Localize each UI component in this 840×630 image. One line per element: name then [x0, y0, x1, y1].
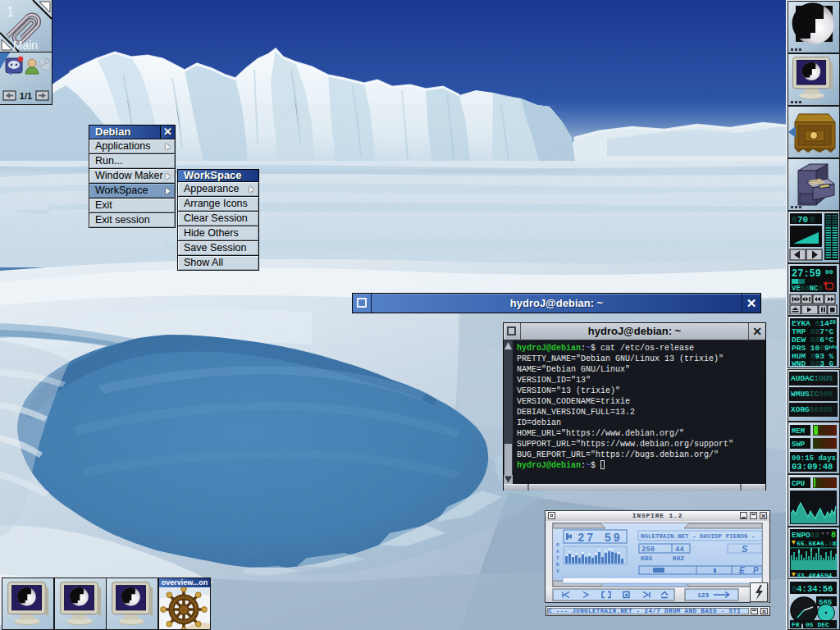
svg-text:Main: Main [13, 39, 38, 52]
svg-text:XORG88888: XORG88888 [791, 405, 833, 414]
svg-text:33.4K: 33.4K [797, 572, 816, 578]
svg-text:S: S [742, 544, 748, 554]
svg-text:ENPO88: ENPO88 [792, 531, 820, 540]
svg-text:1/1: 1/1 [20, 91, 32, 101]
svg-text:VE88NC8: VE88NC8 [792, 285, 823, 293]
svg-text:P: P [753, 566, 759, 575]
svg-text:CPU: CPU [792, 480, 805, 488]
svg-text:D: D [556, 562, 559, 568]
svg-text:I: I [556, 555, 559, 561]
svg-text:KBS: KBS [641, 555, 653, 562]
svg-text:70: 70 [797, 215, 808, 225]
svg-text:WMUSIC888: WMUSIC888 [791, 390, 833, 399]
svg-text:SWP: SWP [792, 441, 806, 449]
svg-text:00: 00 [825, 268, 833, 276]
svg-text:8: 8 [810, 215, 815, 225]
svg-text:WND 883 G: WND 883 G [792, 359, 834, 368]
svg-text:594: 594 [820, 572, 833, 578]
svg-text:KHZ: KHZ [673, 555, 685, 562]
svg-text:NGLETRAIN.NET - DAVIDP PIEROG: NGLETRAIN.NET - DAVIDP PIEROG - [641, 533, 756, 540]
svg-text:O: O [556, 542, 559, 548]
svg-text:27 59: 27 59 [578, 532, 623, 545]
svg-text:V: V [556, 568, 559, 574]
svg-text:AUDACIOUS: AUDACIOUS [791, 374, 833, 383]
svg-text:65.5K: 65.5K [797, 540, 816, 547]
svg-text:27:59: 27:59 [792, 268, 821, 280]
svg-text:6.88K: 6.88K [820, 540, 838, 547]
svg-text:123: 123 [697, 591, 710, 599]
svg-text:84:34:56: 84:34:56 [792, 584, 833, 594]
svg-text:03:09:48: 03:09:48 [792, 462, 833, 472]
svg-text:MEM: MEM [792, 427, 805, 436]
svg-text:8: 8 [792, 215, 797, 225]
svg-text:05 DEC: 05 DEC [806, 621, 829, 628]
svg-text:1: 1 [7, 5, 14, 19]
svg-text:E: E [739, 566, 745, 575]
svg-text:FR: FR [792, 621, 800, 628]
svg-text:8: 8 [831, 531, 836, 540]
svg-text:256: 256 [641, 546, 655, 554]
svg-text:44: 44 [675, 546, 684, 554]
svg-text:A: A [556, 549, 559, 555]
